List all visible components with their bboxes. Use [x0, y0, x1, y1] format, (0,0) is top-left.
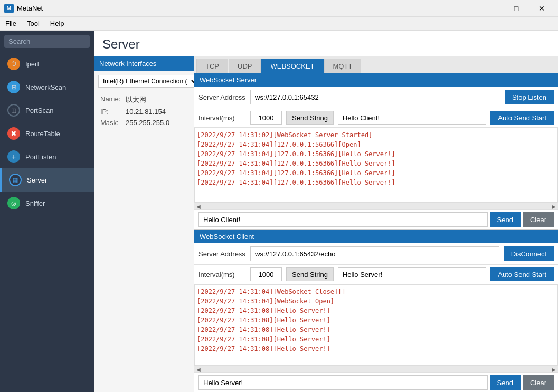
sidebar-label-server: Server	[27, 176, 47, 184]
iperf-icon: ⏱	[7, 58, 20, 70]
ws-server-scroll-left[interactable]: ◀	[194, 203, 203, 209]
search-input[interactable]	[4, 35, 90, 48]
minimize-button[interactable]: —	[479, 0, 503, 17]
ws-server-addr-row: Server Address Stop Listen	[194, 87, 558, 108]
tab-udp[interactable]: UDP	[229, 59, 261, 73]
sidebar-item-portscan[interactable]: ◫ PortScan	[0, 99, 94, 122]
server-icon: ▦	[9, 174, 22, 186]
name-label: Name:	[100, 95, 122, 104]
ip-value: 10.21.81.154	[126, 108, 166, 116]
log-line: [2022/9/27 14:31:02][WebSocket Server St…	[197, 130, 555, 140]
ws-server-send-input[interactable]	[198, 212, 488, 227]
ws-client-interval-label: Interval(ms)	[198, 271, 246, 279]
ws-client-clear-button[interactable]: Clear	[523, 375, 554, 390]
mask-row: Mask: 255.255.255.0	[100, 119, 187, 127]
ws-client-header: WebSocket Client	[194, 230, 558, 243]
ws-server-send-row: Send Clear	[194, 209, 558, 229]
interface-select[interactable]: Intel(R) Ethernet Connection (	[98, 75, 198, 88]
sidebar-item-server[interactable]: ▦ Server	[0, 168, 94, 192]
ws-client-log-wrapper: [2022/9/27 14:31:04][WebSocket Close][][…	[194, 284, 558, 372]
tab-tcp[interactable]: TCP	[196, 59, 228, 73]
sniffer-icon: ◎	[7, 197, 20, 209]
ws-server-clear-button[interactable]: Clear	[523, 212, 554, 227]
close-button[interactable]: ✕	[529, 0, 554, 17]
right-sections: TCP UDP WEBSOCKET MQTT WebSocket Server …	[194, 56, 558, 392]
sidebar-item-routetable[interactable]: ✖ RouteTable	[0, 122, 94, 145]
sidebar-label-iperf: Iperf	[25, 60, 39, 68]
ws-client-scroll-left[interactable]: ◀	[194, 366, 203, 372]
page-title: Server	[94, 31, 558, 56]
websocket-server-section: WebSocket Server Server Address Stop Lis…	[194, 73, 558, 230]
maximize-button[interactable]: □	[504, 0, 528, 17]
log-line: [2022/9/27 14:31:04][127.0.0.1:56366][He…	[197, 149, 555, 159]
content-area: Server Network Interfaces Intel(R) Ether…	[94, 31, 558, 392]
tab-mqtt[interactable]: MQTT	[324, 59, 362, 73]
ws-client-send-row: Send Clear	[194, 372, 558, 392]
ws-client-auto-send-button[interactable]: Auto Send Start	[490, 267, 554, 281]
sidebar-item-portlisten[interactable]: + PortListen	[0, 145, 94, 168]
ws-client-addr-row: Server Address DisConnect	[194, 243, 558, 265]
log-line: [2022/9/27 14:31:08][Hello Server!]	[197, 334, 555, 344]
ws-client-disconnect-button[interactable]: DisConnect	[504, 246, 554, 261]
log-line: [2022/9/27 14:31:04][127.0.0.1:56366][He…	[197, 168, 555, 178]
sidebar-item-iperf[interactable]: ⏱ Iperf	[0, 52, 94, 75]
app-logo: M	[4, 4, 14, 13]
app-name: MetaNet	[17, 4, 43, 12]
tab-websocket[interactable]: WEBSOCKET	[261, 59, 323, 73]
ws-server-header: WebSocket Server	[194, 73, 558, 87]
name-row: Name: 以太网	[100, 95, 187, 104]
menu-help[interactable]: Help	[45, 18, 70, 29]
ws-server-interval-input[interactable]	[250, 111, 282, 125]
ws-client-scroll-right[interactable]: ▶	[550, 366, 558, 372]
main-layout: ⏱ Iperf ⊞ NetworkScan ◫ PortScan ✖ Route…	[0, 31, 558, 392]
ws-client-send-input[interactable]	[198, 375, 488, 390]
ws-server-scroll-right[interactable]: ▶	[550, 203, 558, 209]
search-box	[0, 31, 94, 52]
name-value: 以太网	[126, 95, 146, 104]
titlebar-left: M MetaNet	[4, 4, 43, 13]
routetable-icon: ✖	[7, 127, 20, 140]
ws-server-log-area[interactable]: [2022/9/27 14:31:02][WebSocket Server St…	[194, 128, 558, 203]
sidebar-label-portlisten: PortListen	[25, 153, 56, 161]
ip-label: IP:	[100, 108, 122, 116]
ws-server-addr-input[interactable]	[250, 90, 500, 104]
sidebar-item-sniffer[interactable]: ◎ Sniffer	[0, 192, 94, 215]
ws-client-interval-row: Interval(ms) Send String Auto Send Start	[194, 265, 558, 284]
ws-server-interval-row: Interval(ms) Send String Auto Send Start	[194, 108, 558, 128]
sidebar-label-portscan: PortScan	[25, 107, 53, 114]
interface-details: Name: 以太网 IP: 10.21.81.154 Mask: 255.255…	[94, 92, 194, 133]
ws-client-addr-input[interactable]	[250, 246, 499, 261]
panels-container: Network Interfaces Intel(R) Ethernet Con…	[94, 56, 558, 392]
ws-client-log-area[interactable]: [2022/9/27 14:31:04][WebSocket Close][][…	[194, 284, 558, 366]
titlebar: M MetaNet — □ ✕	[0, 0, 558, 17]
ws-client-send-string-input[interactable]	[338, 267, 486, 281]
websocket-client-section: WebSocket Client Server Address DisConne…	[194, 230, 558, 392]
ws-server-interval-label: Interval(ms)	[198, 114, 246, 122]
sidebar-label-networkscan: NetworkScan	[25, 83, 66, 91]
ip-row: IP: 10.21.81.154	[100, 108, 187, 116]
log-line: [2022/9/27 14:31:08][Hello Server!]	[197, 306, 555, 315]
sidebar-label-routetable: RouteTable	[25, 130, 60, 138]
ws-client-send-button[interactable]: Send	[490, 375, 521, 390]
sidebar: ⏱ Iperf ⊞ NetworkScan ◫ PortScan ✖ Route…	[0, 31, 94, 392]
ws-server-send-string-input[interactable]	[338, 111, 486, 125]
ws-client-addr-label: Server Address	[198, 250, 246, 258]
menubar: File Tool Help	[0, 17, 558, 31]
tabs-bar: TCP UDP WEBSOCKET MQTT	[194, 56, 558, 73]
left-panel: Network Interfaces Intel(R) Ethernet Con…	[94, 56, 194, 392]
ws-server-auto-send-button[interactable]: Auto Send Start	[490, 111, 554, 125]
sidebar-label-sniffer: Sniffer	[25, 199, 45, 207]
networkscan-icon: ⊞	[7, 81, 20, 93]
ws-server-send-button[interactable]: Send	[490, 212, 521, 227]
ws-server-log-wrapper: [2022/9/27 14:31:02][WebSocket Server St…	[194, 128, 558, 209]
ws-client-send-string-label: Send String	[286, 267, 334, 281]
interface-selector: Intel(R) Ethernet Connection (	[98, 75, 190, 88]
titlebar-controls: — □ ✕	[479, 0, 554, 17]
mask-value: 255.255.255.0	[126, 119, 169, 127]
menu-tool[interactable]: Tool	[22, 18, 45, 29]
ws-server-stop-listen-button[interactable]: Stop Listen	[505, 90, 554, 104]
ws-client-interval-input[interactable]	[250, 267, 282, 281]
menu-file[interactable]: File	[0, 18, 22, 29]
ws-server-send-string-label: Send String	[286, 111, 334, 125]
sidebar-item-networkscan[interactable]: ⊞ NetworkScan	[0, 75, 94, 99]
